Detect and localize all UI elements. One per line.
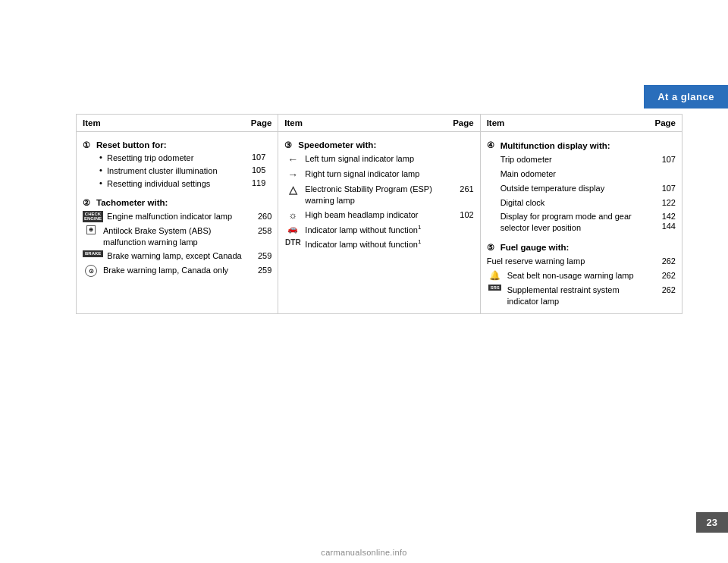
item-outside-temp-text: Outside temperature display bbox=[500, 183, 653, 194]
item-digital-clock: Digital clock 122 bbox=[487, 196, 676, 210]
esp-triangle-icon: △ bbox=[284, 184, 301, 196]
bullet-instrument-cluster: • Instrument cluster illumination 105 bbox=[98, 165, 265, 178]
item-program-mode-page-2: 144 bbox=[653, 221, 676, 231]
item-fuel-reserve-text: Fuel reserve warning lamp bbox=[487, 256, 648, 267]
item-high-beam: ☼ High beam headlamp indicator 102 bbox=[284, 208, 473, 222]
panel-3-header: Item Page bbox=[481, 115, 682, 132]
item-esp-page: 261 bbox=[451, 184, 474, 193]
item-seatbelt-warning-text: Seat belt non-usage warning lamp bbox=[507, 270, 648, 282]
bullet-trip-odometer: • Resetting trip odometer 107 bbox=[98, 152, 265, 165]
section-reset-header: ① Reset button for: bbox=[83, 137, 271, 152]
item-program-mode-page-1: 142 bbox=[653, 211, 676, 221]
item-engine-malfunction: CHECKENGINE Engine malfunction indicator… bbox=[83, 209, 271, 224]
item-left-turn-page bbox=[451, 153, 474, 154]
section-tachometer-number: ② bbox=[83, 198, 93, 208]
item-brake-canada-page: 259 bbox=[249, 265, 271, 275]
section-fuel-gauge-title: Fuel gauge with: bbox=[500, 243, 570, 252]
item-engine-malfunction-page: 260 bbox=[249, 211, 271, 221]
section-reset-title: Reset button for: bbox=[96, 140, 167, 149]
panel-3-header-item: Item bbox=[487, 118, 649, 127]
item-brake-warning: BRAKE Brake warning lamp, except Canada … bbox=[83, 249, 271, 263]
item-dtr-text: Indicator lamp without function1 bbox=[305, 238, 446, 250]
page-number: 23 bbox=[707, 517, 717, 528]
item-seatbelt-warning: 🔔 Seat belt non-usage warning lamp 262 bbox=[487, 269, 676, 283]
bullet-individual-settings-text: Resetting individual settings bbox=[107, 178, 243, 190]
main-content: Item Page ① Reset button for: • Resettin… bbox=[76, 114, 682, 314]
item-abs-page: 258 bbox=[249, 225, 271, 235]
item-right-turn-page bbox=[451, 168, 474, 169]
check-engine-icon: CHECKENGINE bbox=[83, 211, 103, 222]
bullet-trip-odometer-page: 107 bbox=[243, 153, 265, 162]
item-high-beam-page: 102 bbox=[451, 209, 474, 219]
item-main-odometer: Main odometer bbox=[487, 167, 676, 181]
item-trip-odometer-text: Trip odometer bbox=[500, 154, 653, 165]
item-trip-odometer: Trip odometer 107 bbox=[487, 153, 676, 167]
item-trip-odometer-page: 107 bbox=[653, 154, 676, 164]
item-dtr: DTR Indicator lamp without function1 bbox=[284, 237, 473, 252]
section-speedometer-number: ③ bbox=[284, 140, 295, 150]
item-digital-clock-page: 122 bbox=[653, 197, 676, 207]
item-esp: △ Electronic Stability Program (ESP) war… bbox=[284, 182, 473, 208]
panel-2-header-page: Page bbox=[447, 118, 474, 127]
panel-1: Item Page ① Reset button for: • Resettin… bbox=[76, 114, 278, 314]
left-arrow-icon: ← bbox=[284, 153, 301, 165]
section-speedometer: ③ Speedometer with: ← Left turn signal i… bbox=[278, 135, 479, 254]
item-program-mode-text: Display for program mode and gear select… bbox=[500, 211, 653, 234]
dtr-icon: DTR bbox=[284, 238, 301, 247]
seatbelt-icon: 🔔 bbox=[487, 270, 504, 281]
srs-icon: SRS bbox=[487, 285, 504, 291]
panel-3-body: ④ Multifunction display with: Trip odome… bbox=[481, 132, 682, 313]
high-beam-icon: ☼ bbox=[284, 209, 301, 221]
item-abs: ⊕ Antilock Brake System (ABS) malfunctio… bbox=[83, 224, 271, 250]
item-outside-temp-page: 107 bbox=[653, 183, 676, 193]
item-seatbelt-warning-page: 262 bbox=[653, 270, 676, 280]
section-fuel-gauge-header: ⑤ Fuel gauge with: bbox=[487, 240, 676, 254]
item-program-mode: Display for program mode and gear select… bbox=[487, 209, 676, 235]
panel-2-header: Item Page bbox=[278, 115, 479, 132]
brake-icon: BRAKE bbox=[83, 250, 103, 257]
section-speedometer-header: ③ Speedometer with: bbox=[284, 137, 473, 152]
section-tachometer: ② Tachometer with: CHECKENGINE Engine ma… bbox=[77, 193, 278, 282]
bullet-instrument-cluster-text: Instrument cluster illumination bbox=[107, 165, 243, 177]
section-fuel-gauge-number: ⑤ bbox=[487, 243, 497, 253]
at-a-glance-tab: At a glance bbox=[644, 85, 728, 109]
panel-1-header-page: Page bbox=[245, 118, 271, 127]
item-srs-text: Supplemental restraint system indicator … bbox=[507, 285, 648, 307]
panel-1-body: ① Reset button for: • Resetting trip odo… bbox=[77, 132, 278, 284]
item-digital-clock-text: Digital clock bbox=[500, 197, 653, 209]
section-tachometer-header: ② Tachometer with: bbox=[83, 195, 271, 209]
section-reset-number: ① bbox=[83, 140, 93, 150]
bullet-individual-settings-page: 119 bbox=[243, 178, 265, 187]
car-icon: 🚗 bbox=[284, 224, 301, 234]
abs-icon: ⊕ bbox=[83, 225, 99, 234]
item-brake-warning-page: 259 bbox=[249, 250, 271, 260]
section-reset-bullets: • Resetting trip odometer 107 • Instrume… bbox=[83, 152, 271, 190]
item-esp-text: Electronic Stability Program (ESP) warni… bbox=[305, 184, 446, 206]
item-high-beam-text: High beam headlamp indicator bbox=[305, 209, 446, 221]
tab-label: At a glance bbox=[657, 91, 714, 102]
section-reset: ① Reset button for: • Resetting trip odo… bbox=[77, 135, 278, 193]
item-brake-warning-text: Brake warning lamp, except Canada bbox=[107, 250, 244, 262]
section-multifunction: ④ Multifunction display with: Trip odome… bbox=[481, 135, 682, 237]
item-engine-malfunction-text: Engine malfunction indicator lamp bbox=[107, 211, 244, 222]
section-multifunction-number: ④ bbox=[487, 140, 497, 150]
bullet-trip-odometer-text: Resetting trip odometer bbox=[107, 153, 243, 164]
panel-3-header-page: Page bbox=[649, 118, 676, 127]
item-fuel-reserve: Fuel reserve warning lamp 262 bbox=[487, 254, 676, 269]
section-multifunction-header: ④ Multifunction display with: bbox=[487, 137, 676, 153]
item-indicator-no-function-1: 🚗 Indicator lamp without function1 bbox=[284, 222, 473, 237]
item-abs-text: Antilock Brake System (ABS) malfunction … bbox=[103, 225, 244, 248]
item-outside-temp: Outside temperature display 107 bbox=[487, 181, 676, 196]
item-srs: SRS Supplemental restraint system indica… bbox=[487, 283, 676, 309]
item-main-odometer-page bbox=[653, 168, 676, 169]
right-arrow-icon: → bbox=[284, 168, 301, 181]
brake-circle-icon: ⊙ bbox=[83, 265, 99, 277]
item-indicator-no-function-1-text: Indicator lamp without function1 bbox=[305, 224, 446, 236]
item-indicator-no-function-1-page bbox=[451, 224, 474, 225]
item-left-turn: ← Left turn signal indicator lamp bbox=[284, 152, 473, 167]
section-multifunction-title: Multifunction display with: bbox=[500, 141, 610, 150]
bullet-instrument-cluster-page: 105 bbox=[243, 165, 265, 175]
section-speedometer-title: Speedometer with: bbox=[298, 140, 376, 149]
panel-2: Item Page ③ Speedometer with: ← Left tur… bbox=[278, 114, 480, 314]
item-dtr-page bbox=[451, 238, 474, 239]
